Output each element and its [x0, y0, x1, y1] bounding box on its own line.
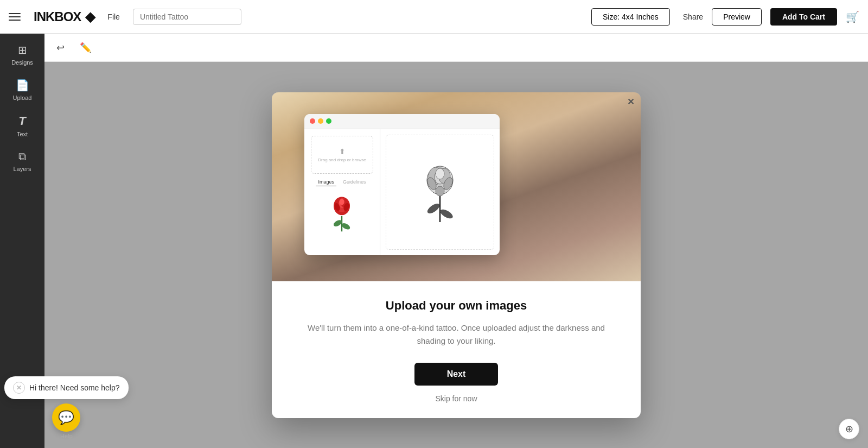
cart-icon[interactable]: 🛒: [846, 10, 859, 23]
modal-image-section: ✕ ⬆ Drag and drop or browse: [272, 92, 641, 281]
svg-point-22: [436, 186, 444, 196]
modal-overlay: ✕ ⬆ Drag and drop or browse: [44, 62, 868, 448]
help-label: Help: [60, 433, 73, 439]
modal-title: Upload your own images: [293, 299, 619, 313]
add-to-cart-button[interactable]: Add To Cart: [770, 8, 837, 26]
chat-close-button[interactable]: ✕: [13, 382, 25, 394]
title-input[interactable]: [133, 9, 241, 25]
share-button[interactable]: Share: [683, 12, 703, 21]
chat-avatar-icon: 💬: [58, 410, 74, 425]
rose-color-svg: [327, 192, 357, 232]
svg-point-19: [436, 168, 444, 179]
sidebar-item-upload[interactable]: 📄 Upload: [3, 73, 41, 106]
size-button[interactable]: Size: 4x4 Inches: [591, 8, 670, 26]
chat-bubble: ✕ Hi there! Need some help?: [4, 376, 129, 399]
svg-point-13: [439, 207, 455, 220]
next-button[interactable]: Next: [414, 363, 499, 386]
canvas-area: ✕ ⬆ Drag and drop or browse: [44, 62, 868, 448]
demo-rose-color: [323, 191, 361, 234]
sidebar-item-layers[interactable]: ⧉ Layers: [3, 145, 41, 178]
chat-help: ✕ Hi there! Need some help? 💬 Help: [4, 376, 129, 439]
toolbar: ↩ ✏️: [44, 34, 868, 62]
file-menu[interactable]: File: [107, 12, 120, 21]
skip-link[interactable]: Skip for now: [293, 394, 619, 403]
modal-text-section: Upload your own images We'll turn them i…: [272, 281, 641, 418]
dot-green: [326, 118, 331, 124]
svg-point-8: [339, 199, 344, 205]
sidebar-item-label: Designs: [11, 59, 33, 66]
zoom-icon: ⊕: [845, 423, 853, 435]
demo-upload-icon: ⬆: [339, 147, 346, 156]
preview-button[interactable]: Preview: [712, 8, 762, 26]
undo-icon: ↩: [56, 42, 65, 53]
rose-bw-svg: [418, 160, 462, 225]
demo-body: ⬆ Drag and drop or browse Images Guideli…: [304, 129, 500, 255]
sidebar-item-label: Upload: [13, 94, 32, 101]
demo-left-panel: ⬆ Drag and drop or browse Images Guideli…: [304, 129, 380, 255]
top-nav: INKBOX◆ File Size: 4x4 Inches Share Prev…: [0, 0, 868, 34]
demo-right-panel: [386, 135, 494, 250]
upload-icon: 📄: [16, 79, 29, 92]
chat-bubble-text: Hi there! Need some help?: [29, 383, 120, 392]
text-icon: T: [18, 114, 25, 128]
rose-bw: [418, 162, 462, 222]
undo-button[interactable]: ↩: [53, 39, 68, 57]
layers-icon: ⧉: [18, 150, 26, 163]
sidebar-item-label: Layers: [13, 166, 31, 172]
sidebar-item-text[interactable]: T Text: [3, 109, 41, 143]
logo: INKBOX◆: [34, 9, 94, 24]
close-modal-button[interactable]: ✕: [627, 97, 634, 107]
demo-tab-guidelines[interactable]: Guidelines: [341, 178, 368, 186]
svg-point-12: [426, 201, 441, 215]
edit-icon: ✏️: [80, 42, 92, 53]
sidebar-item-label: Text: [17, 131, 28, 137]
zoom-button[interactable]: ⊕: [839, 419, 859, 439]
demo-window: ⬆ Drag and drop or browse Images Guideli…: [304, 114, 500, 255]
demo-tab-images[interactable]: Images: [316, 178, 336, 186]
demo-upload-text: Drag and drop or browse: [318, 157, 366, 162]
logo-text: INKBOX: [34, 9, 81, 24]
demo-titlebar: [304, 114, 500, 129]
demo-upload-area: ⬆ Drag and drop or browse: [311, 136, 373, 174]
chat-avatar-button[interactable]: 💬: [52, 403, 80, 432]
demo-tabs: Images Guidelines: [316, 178, 368, 186]
logo-symbol: ◆: [85, 9, 94, 24]
upload-modal: ✕ ⬆ Drag and drop or browse: [272, 92, 641, 418]
designs-icon: ⊞: [18, 43, 27, 56]
dot-yellow: [318, 118, 323, 124]
modal-description: We'll turn them into a one-of-a-kind tat…: [293, 321, 619, 348]
menu-button[interactable]: [9, 13, 21, 21]
dot-red: [310, 118, 315, 124]
sidebar-item-designs[interactable]: ⊞ Designs: [3, 38, 41, 71]
edit-button[interactable]: ✏️: [76, 39, 95, 57]
